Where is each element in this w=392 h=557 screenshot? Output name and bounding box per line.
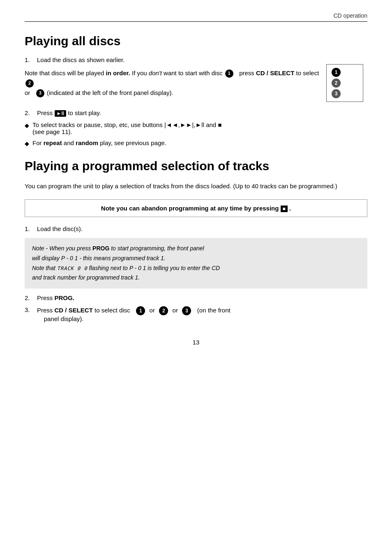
note-inline-text: Note that discs will be played in order.… [25,68,367,98]
header-title: CD operation [334,12,368,19]
track-display: TRACK 0 0 [57,266,88,271]
bullet-diamond-1: ◆ [25,122,29,129]
inline-disc-2: 2 [25,79,34,88]
step1-number: 1. [25,56,37,63]
section1-step2: 2. Press ►ll to start play. [25,109,367,116]
step2-number: 2. [25,109,37,116]
bullet-1: ◆ To select tracks or pause, stop, etc, … [25,121,367,135]
section1-title: Playing all discs [25,34,367,48]
stop-btn: ■ [281,206,288,212]
step2-text: Press ►ll to start play. [37,109,367,116]
disc-2-badge: 2 [332,79,341,88]
section2-step1: 1. Load the disc(s). [25,225,367,232]
disc-1-badge: 1 [332,68,341,77]
section2-step2-number: 2. [25,294,37,301]
note-inline-block: 1 2 3 Note that discs will be played in … [25,68,367,104]
section2-intro: You can program the unit to play a selec… [25,181,367,191]
bullet-2-text: For repeat and random play, see previous… [32,139,166,146]
section2-step3: 3. Press CD / SELECT to select disc 1 or… [25,306,367,322]
page-header: CD operation [25,12,367,22]
bullet-1-text: To select tracks or pause, stop, etc, us… [32,121,221,135]
section2-step2-text: Press PROG. [37,294,367,301]
page-number-text: 13 [193,339,200,346]
section2-title: Playing a programmed selection of tracks [25,159,367,173]
step3-disc-1: 1 [136,306,145,315]
step3-disc-3: 3 [182,306,191,315]
section2-step3-number: 3. [25,306,37,322]
section2-step3-text: Press CD / SELECT to select disc 1 or 2 … [37,306,367,322]
section2-step1-text: Load the disc(s). [37,225,367,232]
step3-or-2: or [173,307,178,314]
abandon-note-box: Note you can abandon programming at any … [25,199,367,217]
bullet-2: ◆ For repeat and random play, see previo… [25,139,367,147]
inline-disc-3: 3 [36,89,44,97]
section2-step1-number: 1. [25,225,37,232]
disc-display: 1 2 3 [326,64,363,102]
section2-step2: 2. Press PROG. [25,294,367,301]
bullet-list: ◆ To select tracks or pause, stop, etc, … [25,121,367,147]
inline-disc-1: 1 [225,69,233,78]
step1-text: Load the discs as shown earlier. [37,56,367,63]
play-btn: ►ll [55,110,67,117]
section1-step1: 1. Load the discs as shown earlier. [25,56,367,63]
page-number: 13 [25,339,367,346]
step3-or-1: or [150,307,155,314]
grey-note-box: Note - When you press PROG to start prog… [25,238,367,289]
abandon-note-text: Note you can abandon programming at any … [101,205,291,212]
bullet-diamond-2: ◆ [25,140,29,147]
grey-note-text: Note - When you press PROG to start prog… [32,244,360,283]
disc-3-badge: 3 [332,89,341,98]
step3-disc-2: 2 [159,306,168,315]
